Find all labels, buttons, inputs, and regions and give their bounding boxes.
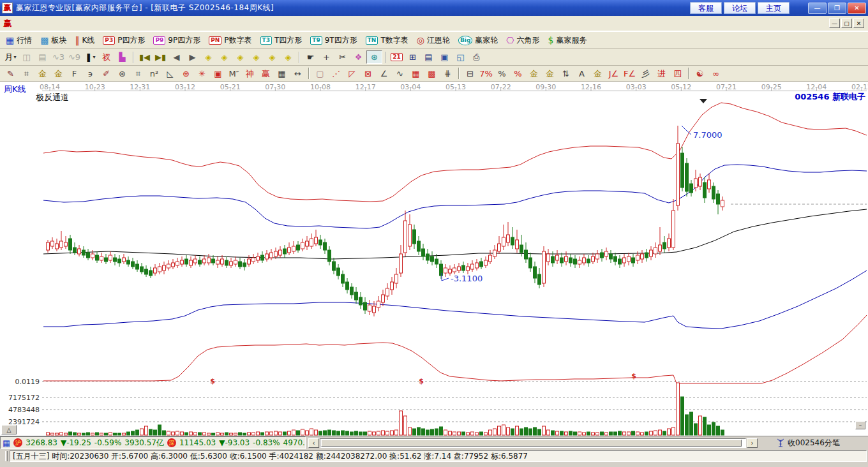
target-box-tool-button[interactable]: ▣	[210, 67, 226, 80]
candle-width-button[interactable]: ❚ ▾	[82, 50, 98, 64]
f-angle-tool-button[interactable]: F∠	[622, 67, 638, 80]
menu-item[interactable]	[120, 22, 131, 26]
gold-ring-tool-button[interactable]: 金	[526, 67, 542, 80]
winner-service-button[interactable]: $ 赢家服务	[545, 34, 592, 47]
expand-pane-button[interactable]: △	[1, 425, 17, 434]
red-grid-b-tool-button[interactable]: ▩	[424, 67, 440, 80]
width-measure-tool-button[interactable]: ↔	[290, 67, 306, 80]
gann-wheel-button[interactable]: ◎ 江恩轮	[414, 34, 455, 47]
percent-line-tool-button[interactable]: %	[510, 67, 526, 80]
jin-angle-tool-button[interactable]: 进	[654, 67, 670, 80]
note-tool-button[interactable]: ▤	[34, 50, 50, 64]
menu-item[interactable]	[28, 22, 40, 26]
m-marks-tool-button[interactable]: M″	[226, 67, 242, 80]
child-minimize-button[interactable]: —	[829, 19, 840, 28]
scroll-right-button[interactable]: ›	[747, 438, 758, 448]
child-close-button[interactable]: ✕	[853, 19, 864, 28]
compare-kline-button[interactable]: 衩	[98, 50, 114, 64]
quote-grid-icon[interactable]: ▦	[3, 439, 10, 447]
scrollbar-thumb[interactable]	[321, 440, 742, 447]
wave3-tool-button[interactable]: ∿3	[50, 50, 66, 64]
print-button[interactable]: ⎙	[468, 50, 484, 64]
f-grid-tool-button[interactable]: F	[66, 67, 82, 80]
homepage-button[interactable]: 主页	[758, 2, 789, 14]
gold-angle-tool-button[interactable]: 金	[590, 67, 606, 80]
infinity-button[interactable]: ∞	[708, 67, 724, 80]
shenzhen-market-icon[interactable]: 深	[167, 438, 176, 447]
kline-chart-canvas[interactable]: 0.0119717517247834482391724$$$7.7000-3.1…	[0, 82, 868, 436]
pattern-tool-button[interactable]: ◫	[19, 50, 34, 64]
nine-t-square-button[interactable]: T9 9T四方形	[307, 34, 362, 47]
compass-circle-tool-button[interactable]: ⊛	[114, 67, 130, 80]
frame-tool-button[interactable]: ▢	[312, 67, 328, 80]
fan-corner-tool-button[interactable]: ◸	[344, 67, 360, 80]
color-volume-button[interactable]: ▙	[114, 50, 130, 64]
shen-grid-tool-button[interactable]: 神	[242, 67, 258, 80]
export-image-button[interactable]: ◱	[453, 50, 468, 64]
red-grid-a-tool-button[interactable]: ▦	[408, 67, 424, 80]
cross-box-tool-button[interactable]: ⊠	[360, 67, 376, 80]
red-cross-tool-button[interactable]: ⊕	[178, 67, 194, 80]
red-pen-tool-button[interactable]: ✐	[98, 67, 114, 80]
compress-h-diamond-button[interactable]: ◈	[248, 50, 264, 64]
menu-item[interactable]	[17, 22, 28, 26]
calendar-button[interactable]: 21	[389, 50, 405, 64]
angle-ruler-tool-button[interactable]: ◺	[162, 67, 178, 80]
restore-button[interactable]: ❐	[828, 3, 846, 14]
customer-service-button[interactable]: 客服	[690, 2, 722, 14]
strike-percent-tool-button[interactable]: 7%	[478, 67, 494, 80]
expand-h-diamond-button[interactable]: ◈	[232, 50, 248, 64]
close-button[interactable]: ✕	[848, 3, 866, 14]
first-bar-button[interactable]: ▮◀	[137, 50, 153, 64]
last-bar-button[interactable]: ▶▮	[153, 50, 168, 64]
child-restore-button[interactable]: ▢	[841, 19, 852, 28]
save-button[interactable]: ▣	[437, 50, 453, 64]
gold-line-tool-button[interactable]: 金	[542, 67, 558, 80]
cycle-tool-button[interactable]: ⊛	[366, 50, 382, 64]
tick-feed-label[interactable]: 收002546分笔	[788, 438, 840, 448]
wave9-tool-button[interactable]: ∿9	[66, 50, 82, 64]
winner-wheel-button[interactable]: Big 赢家轮	[455, 34, 503, 47]
hash-grid-tool-button[interactable]: ⌗	[130, 67, 146, 80]
sector-button[interactable]: ▩ 板块	[37, 34, 71, 47]
gold-grid2-tool-button[interactable]: 金	[50, 67, 66, 80]
scroll-left-button[interactable]: ‹	[308, 438, 319, 448]
calculator-button[interactable]: ⊞	[405, 50, 421, 64]
menu-item[interactable]	[108, 22, 120, 26]
ying-grid-tool-button[interactable]: 赢	[258, 67, 274, 80]
p-square-button[interactable]: P3 P四方形	[100, 34, 150, 47]
menu-item[interactable]	[63, 22, 74, 26]
compress-all-diamond-button[interactable]: ◈	[280, 50, 296, 64]
nine-p-square-button[interactable]: P9 9P四方形	[150, 34, 206, 47]
fan-lines-tool-button[interactable]: ⋰	[328, 67, 344, 80]
prev-bar-button[interactable]: ◀	[168, 50, 184, 64]
t-digit-table-button[interactable]: TN T数字表	[363, 34, 414, 47]
menu-item[interactable]	[51, 22, 63, 26]
shanghai-market-icon[interactable]: 沪	[13, 438, 22, 447]
cut-tool-button[interactable]: ✂	[334, 50, 350, 64]
hatch-tool-button[interactable]: ⋕	[440, 67, 456, 80]
grid-tool-button[interactable]: ⌗	[19, 67, 34, 80]
flag-tool-button[interactable]: ⇅	[558, 67, 574, 80]
menu-item[interactable]	[74, 22, 86, 26]
si-angle-tool-button[interactable]: 四	[670, 67, 685, 80]
pan-left-diamond-button[interactable]: ◈	[200, 50, 216, 64]
gold-grid-tool-button[interactable]: 金	[34, 67, 50, 80]
crosshair-tool-button[interactable]: +	[318, 50, 334, 64]
memo-button[interactable]: ▤	[421, 50, 437, 64]
angle-open-tool-button[interactable]: ∠	[376, 67, 392, 80]
pan-right-diamond-button[interactable]: ◈	[216, 50, 232, 64]
expand-all-diamond-button[interactable]: ◈	[264, 50, 280, 64]
period-month-button[interactable]: 月 ▾	[3, 50, 19, 64]
quote-button[interactable]: ▦ 行情	[3, 34, 37, 47]
hexagon-button[interactable]: ⎔ 六角形	[503, 34, 544, 47]
forum-button[interactable]: 论坛	[724, 2, 756, 14]
price-scale-tool-button[interactable]: ⊟	[462, 67, 478, 80]
next-bar-button[interactable]: ▶	[184, 50, 200, 64]
a-wave-tool-button[interactable]: A	[574, 67, 590, 80]
collapse-pane-button[interactable]: –	[855, 421, 865, 429]
percent-tool-button[interactable]: %	[494, 67, 510, 80]
n-square-tool-button[interactable]: n²	[146, 67, 162, 80]
menu-item[interactable]	[97, 22, 108, 26]
scrollbar-track[interactable]	[320, 438, 746, 448]
